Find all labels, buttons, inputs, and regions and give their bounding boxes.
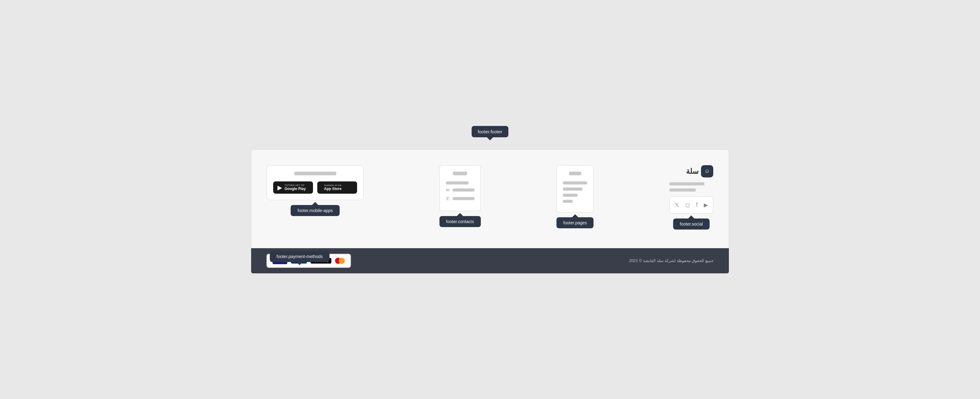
mastercard-badge	[335, 258, 345, 264]
phone-icon: ✆	[446, 196, 450, 201]
pages-line-1	[563, 182, 587, 185]
pages-line-3	[563, 194, 577, 197]
instagram-icon[interactable]: ◻	[686, 202, 690, 208]
google-play-icon: ▶	[277, 184, 282, 191]
twitter-icon[interactable]: 𝕏	[675, 202, 679, 208]
social-badge: footer.social	[673, 219, 710, 230]
salla-logo-icon: ☺	[701, 165, 713, 177]
social-desc-line-2	[670, 188, 696, 192]
social-label-wrapper: footer.social	[670, 219, 713, 230]
pages-line-2	[563, 188, 582, 191]
mobile-apps-title-skeleton	[294, 172, 336, 175]
google-play-text: ONTDEK HET OP Google Play	[285, 184, 305, 191]
page-wrapper: footer.footer footer.payment-methods ▶ O	[251, 126, 729, 273]
footer-main-area: footer.payment-methods ▶ ONTDEK HET OP G…	[251, 150, 729, 248]
pages-wrapper: footer.pages	[557, 165, 593, 228]
pages-label-wrapper: footer.pages	[557, 217, 593, 228]
google-play-big: Google Play	[285, 187, 305, 191]
contact-email-item: ✉	[446, 188, 474, 192]
mobile-apps-label-wrapper: footer.mobile-apps	[267, 205, 364, 216]
app-store-big: App Store	[324, 187, 342, 191]
salla-smile-icon: ☺	[705, 168, 710, 174]
mobile-apps-box: ▶ ONTDEK HET OP Google Play Available on…	[267, 165, 364, 200]
pages-line-4	[563, 200, 573, 203]
contacts-box: ✉ ✆	[439, 165, 481, 211]
mobile-apps-badge: footer.mobile-apps	[291, 205, 339, 216]
social-desc-line-1	[670, 182, 705, 185]
salla-logo-text: سلة	[686, 167, 698, 176]
email-icon: ✉	[446, 188, 450, 192]
footer-footer-badge: footer.footer	[472, 126, 508, 137]
app-store-small: Available on the	[324, 184, 342, 187]
contacts-badge: footer.contacts	[439, 216, 481, 227]
contacts-wrapper: ✉ ✆ footer.contacts	[439, 165, 481, 227]
contacts-label-wrapper: footer.contacts	[439, 216, 481, 227]
app-buttons-container: ▶ ONTDEK HET OP Google Play Available on…	[273, 182, 357, 194]
contacts-line-1	[446, 182, 469, 185]
mobile-apps-wrapper: ▶ ONTDEK HET OP Google Play Available on…	[267, 165, 364, 216]
footer-footer-label-wrapper: footer.footer	[472, 126, 508, 137]
app-store-text: Available on the App Store	[324, 184, 342, 191]
payment-methods-badge: footer.payment-methods	[270, 251, 329, 262]
pages-box	[557, 165, 593, 212]
app-store-button[interactable]: Available on the App Store	[317, 182, 357, 194]
facebook-icon[interactable]: f	[696, 202, 698, 208]
payment-methods-label-wrapper: footer.payment-methods	[270, 251, 329, 262]
google-play-small: ONTDEK HET OP	[285, 184, 305, 187]
social-wrapper: سلة ☺ 𝕏 ◻ f ▶ footer.social	[670, 165, 713, 230]
social-icons-box: 𝕏 ◻ f ▶	[670, 196, 713, 214]
footer-content-grid: ▶ ONTDEK HET OP Google Play Available on…	[264, 165, 716, 230]
google-play-button[interactable]: ▶ ONTDEK HET OP Google Play	[273, 182, 313, 194]
youtube-icon[interactable]: ▶	[704, 202, 708, 208]
copyright-text: جميع الحقوق محفوظة لشركة سلة القابضة © 2…	[629, 259, 714, 263]
contact-phone-item: ✆	[446, 196, 474, 201]
contact-email-skeleton	[453, 188, 474, 192]
pages-badge: footer.pages	[557, 217, 593, 228]
pages-title-skeleton	[569, 172, 581, 175]
contact-phone-skeleton	[453, 197, 474, 200]
mc-orange-circle	[339, 258, 345, 264]
contacts-title-skeleton	[453, 172, 467, 175]
salla-logo: سلة ☺	[670, 165, 713, 177]
